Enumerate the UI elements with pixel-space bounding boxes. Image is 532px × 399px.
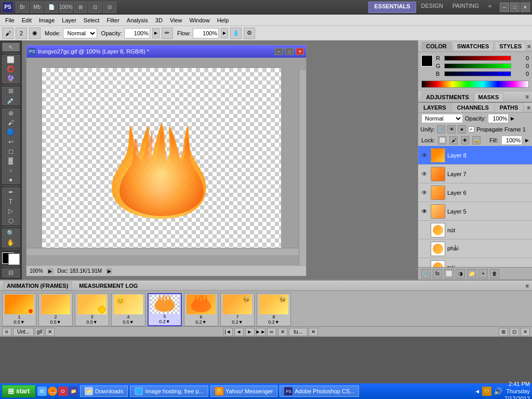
brush-extra-icon[interactable]: ⚙ [244, 28, 255, 39]
frame-3[interactable]: 3 0.5▼ [75, 293, 109, 326]
close-btn[interactable]: ✕ [521, 3, 530, 12]
minibr-icon[interactable]: Mb [30, 2, 44, 13]
menu-view[interactable]: View [167, 16, 185, 24]
color-tab[interactable]: COLOR [421, 42, 451, 50]
layer-link-icon[interactable]: 🔗 [421, 269, 431, 278]
taskbar-imagehosting[interactable]: 🌐 Image hosting, free p... [130, 385, 208, 397]
flow-input[interactable] [193, 28, 219, 38]
menu-3d[interactable]: 3D [152, 16, 166, 24]
layer-7-visibility[interactable]: 👁 [420, 170, 429, 178]
opacity-arrow[interactable]: ▶ [152, 28, 159, 38]
doc-type-icon[interactable]: 📄 [45, 2, 58, 13]
start-button[interactable]: ⊞ start [2, 385, 35, 397]
doc-unt-btn[interactable]: Unt... [13, 328, 34, 336]
brush-tool-icon[interactable]: 🖌 [2, 28, 14, 39]
eraser-tool[interactable]: ◻ [2, 147, 20, 155]
layer-group-icon[interactable]: 📁 [467, 269, 476, 278]
color-spectrum[interactable] [421, 81, 529, 88]
layer-row-6[interactable]: 👁 Layer 6 [418, 183, 532, 202]
extra-icon[interactable]: ⊟ [103, 2, 116, 13]
frame-8[interactable]: 🐝 8 0.2▼ [257, 293, 291, 326]
loop-btn[interactable]: ∞ [267, 328, 276, 336]
taskbar-downloads[interactable]: 📁 Downloads [80, 385, 128, 397]
layer-row-phai[interactable]: phải [418, 240, 532, 258]
history-tool[interactable]: ↩ [2, 137, 20, 146]
maximize-btn[interactable]: □ [510, 3, 520, 12]
tu-close-btn[interactable]: ✕ [309, 328, 318, 336]
animation-frames-tab[interactable]: ANIMATION (FRAMES) [3, 281, 72, 290]
lasso-tool[interactable]: ⭕ [2, 64, 20, 73]
painting-btn[interactable]: PAINTING [448, 2, 483, 13]
stamp-tool[interactable]: 🔵 [2, 128, 20, 137]
essentials-btn[interactable]: ESSENTIALS [368, 2, 416, 13]
eyedropper-tool[interactable]: 💉 [2, 96, 20, 105]
play-begin-btn[interactable]: |◄ [223, 328, 233, 336]
zoom-tool[interactable]: 🔍 [2, 229, 20, 237]
layer-nut-visibility[interactable] [420, 226, 429, 234]
menu-help[interactable]: Help [214, 16, 232, 24]
panel-menu-btn[interactable]: ≡ [527, 43, 530, 49]
brush-size-icon[interactable]: 2 [16, 28, 27, 39]
frame-7[interactable]: 🐝 7 0.2▼ [220, 293, 255, 326]
frame-1[interactable]: 1 0.5▼ [2, 293, 36, 326]
document-titlebar[interactable]: PS trungvo27gc.gif @ 100% (Layer 8, RGB/… [26, 45, 306, 58]
adjustments-tab[interactable]: ADJUSTMENTS [421, 92, 474, 101]
menu-layer[interactable]: Layer [59, 16, 79, 24]
doc-close-btn[interactable]: ✕ [296, 48, 304, 55]
frame-6-delay[interactable]: 0.2▼ [195, 320, 206, 325]
layers-mode-select[interactable]: Normal [421, 114, 463, 123]
mode-select[interactable]: Normal [63, 28, 97, 38]
layer-6-visibility[interactable]: 👁 [420, 189, 429, 197]
blur-tool[interactable]: ○ [2, 166, 20, 175]
design-btn[interactable]: DESIGN [417, 2, 447, 13]
masks-tab[interactable]: MASKS [474, 92, 504, 101]
menu-window[interactable]: Window [187, 16, 213, 24]
frame-5[interactable]: 5 0.2▼ [148, 293, 182, 326]
anim-menu-btn[interactable]: ≡ [526, 283, 529, 289]
unify-pos-icon[interactable]: 🔗 [437, 125, 445, 134]
shape-tool[interactable]: ⬡ [2, 216, 20, 225]
menu-select[interactable]: Select [81, 16, 103, 24]
layers-menu-btn[interactable]: ≡ [524, 104, 532, 111]
layer-adj-icon[interactable]: ◑ [456, 269, 465, 278]
lock-all-icon[interactable]: 🔒 [472, 136, 481, 144]
opacity-arrow[interactable]: ▶ [511, 116, 514, 121]
layer-phai-visibility[interactable] [420, 245, 429, 253]
speaker-icon[interactable]: 🔊 [494, 387, 502, 395]
ie-icon[interactable]: IE [37, 387, 47, 396]
flow-arrow[interactable]: ▶ [221, 28, 228, 38]
tu-btn[interactable]: tu... [289, 328, 308, 336]
taskbar-photoshop[interactable]: PS Adobe Photoshop CS... [280, 385, 359, 397]
opacity-tablet-icon[interactable]: ✏ [162, 28, 173, 39]
healing-tool[interactable]: ⊕ [2, 109, 20, 117]
bridge-icon[interactable]: Br [16, 2, 29, 13]
red-bar[interactable] [444, 56, 511, 61]
screen-icon[interactable]: ⊡ [88, 2, 102, 13]
frame-5-delay[interactable]: 0.2▼ [159, 319, 170, 324]
menu-image[interactable]: Image [36, 16, 58, 24]
frame-2-delay[interactable]: 0.5▼ [50, 320, 61, 325]
layer-mask-icon[interactable]: ⬜ [444, 269, 454, 278]
layer-row-5[interactable]: 👁 Layer 5 [418, 202, 532, 221]
channels-tab[interactable]: CHANNELS [452, 103, 495, 112]
frame-6[interactable]: 6 0.2▼ [184, 293, 218, 326]
zoom-arrow[interactable]: ▶ [47, 268, 54, 274]
antivirus-icon[interactable]: 🛡 [482, 387, 491, 396]
more-btn[interactable]: » [484, 2, 496, 13]
layer-row-8[interactable]: 👁 Layer 8 [418, 146, 532, 165]
quick-select-tool[interactable]: 🔮 [2, 74, 20, 83]
anim-final-btn[interactable]: ✕ [521, 328, 530, 336]
crop-tool[interactable]: ⊞ [2, 87, 20, 96]
sys-tray-arrow[interactable]: ◄ [474, 388, 480, 394]
lock-image-icon[interactable]: 🖌 [449, 136, 458, 144]
unify-style-icon[interactable]: ★ [458, 125, 466, 134]
move-tool[interactable]: ↖ [2, 43, 20, 51]
doc-gif-btn[interactable]: gif [35, 328, 44, 336]
bottom-close-btn[interactable]: ✕ [45, 328, 55, 336]
layer-delete-icon[interactable]: 🗑 [490, 269, 499, 278]
zoom-display[interactable]: 100% [59, 2, 73, 13]
arrange-icon[interactable]: ⊞ [74, 2, 87, 13]
menu-file[interactable]: File [2, 16, 18, 24]
play-fwd-btn[interactable]: ►► [256, 328, 265, 336]
unify-vis-icon[interactable]: 👁 [447, 125, 456, 134]
